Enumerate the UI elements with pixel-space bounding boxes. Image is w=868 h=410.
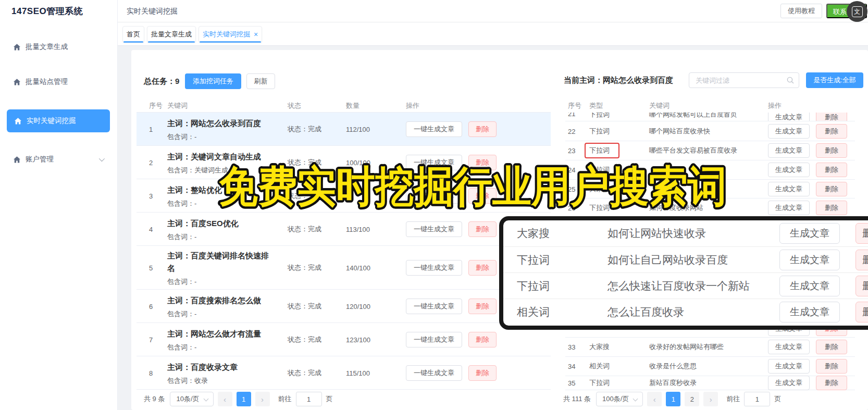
generate-article-button[interactable]: 生成文章 <box>779 302 840 322</box>
keyword-text: 收录是什么意思 <box>649 362 697 371</box>
generate-article-button[interactable]: 一键生成文章 <box>406 299 462 314</box>
generate-article-button[interactable]: 一键生成文章 <box>406 188 462 204</box>
table-row[interactable]: 33大家搜收录好的发帖网站有哪些生成文章删除 <box>565 338 855 357</box>
table-row[interactable]: 26下拉词如何百度收录网站生成文章删除 <box>565 198 855 217</box>
table-row[interactable]: 21下拉词哪个网站发帖可以上百度首页生成文章删除 <box>565 113 855 121</box>
status-text: 状态：完成 <box>288 158 321 167</box>
generate-article-button[interactable]: 生成文章 <box>768 143 810 158</box>
page-size-select[interactable]: 100条/页 <box>596 392 643 406</box>
page-button-2[interactable]: 2 <box>685 392 699 406</box>
table-row-partial: 生成文章 删除 <box>565 329 855 338</box>
generate-article-button[interactable]: 一键生成文章 <box>406 155 462 170</box>
home-icon <box>13 43 21 51</box>
delete-button[interactable]: 删除 <box>816 329 847 336</box>
main-keyword: 主词：整站优化 <box>167 184 274 196</box>
page-size-select[interactable]: 10条/页 <box>170 392 213 406</box>
table-row[interactable]: 22下拉词哪个网站百度收录快生成文章删除 <box>565 121 855 141</box>
delete-button[interactable]: 删除 <box>816 182 847 196</box>
include-words: 包含词：关键词生成 <box>167 166 274 175</box>
table-row[interactable]: 25大家搜生成文章删除 <box>565 180 855 198</box>
generate-article-button[interactable]: 生成文章 <box>768 376 810 390</box>
sidebar-item-4[interactable]: 账户管理 <box>0 148 118 171</box>
delete-button[interactable]: 删除 <box>468 121 497 137</box>
count-value: 113/100 <box>346 225 370 233</box>
generate-article-button[interactable]: 生成文章 <box>768 201 810 215</box>
generate-article-button[interactable]: 生成文章 <box>779 250 840 270</box>
sidebar-item-3[interactable]: 实时关键词挖掘 <box>7 109 110 132</box>
goto-page-input[interactable] <box>296 392 322 406</box>
next-page-button[interactable]: › <box>703 392 718 406</box>
delete-button[interactable]: 删除 <box>468 188 497 204</box>
count-value: 120/100 <box>346 302 370 310</box>
row-index: 26 <box>568 204 575 212</box>
sidebar-item-label: 账户管理 <box>26 155 54 164</box>
magnified-row[interactable]: 相关词怎么让百度收录生成文章删除 <box>503 299 868 325</box>
delete-button[interactable]: 删除 <box>816 124 847 139</box>
chevron-down-icon <box>203 396 208 402</box>
delete-button[interactable]: 删除 <box>855 302 868 322</box>
generate-article-button[interactable]: 一键生成文章 <box>406 221 462 237</box>
sidebar-item-1[interactable]: 批量文章生成 <box>0 35 118 58</box>
keyword-cell: 主词：网站怎么做才有流量包含词：- <box>167 328 274 352</box>
table-row[interactable]: 34相关词收录是什么意思生成文章删除 <box>565 357 855 376</box>
generate-article-button[interactable]: 生成文章 <box>768 359 810 374</box>
magnified-row[interactable]: 大家搜如何让网站快速收录生成文章删除 <box>503 220 868 246</box>
magnified-row[interactable]: 下拉词如何让自己网站收录百度生成文章删除 <box>503 246 868 272</box>
generate-article-button[interactable]: 生成文章 <box>768 182 810 196</box>
generate-article-button[interactable]: 生成文章 <box>768 340 810 354</box>
generate-article-button[interactable]: 一键生成文章 <box>406 332 462 347</box>
delete-button[interactable]: 删除 <box>816 163 847 177</box>
translate-widget-icon[interactable]: 文 <box>847 1 867 22</box>
keyword-text: 如何百度收录网站 <box>649 203 703 213</box>
delete-button[interactable]: 删除 <box>468 365 497 381</box>
generate-article-button[interactable]: 生成文章 <box>779 223 840 244</box>
delete-button[interactable]: 删除 <box>816 359 847 374</box>
sidebar-item-2[interactable]: 批量站点管理 <box>0 70 118 93</box>
prev-page-button[interactable]: ‹ <box>647 392 662 406</box>
table-row[interactable]: 4主词：百度SEO优化包含词：-状态：完成113/100一键生成文章删除 <box>137 213 551 246</box>
table-row[interactable]: 1主词：网站怎么收录到百度包含词：-状态：完成112/100一键生成文章删除 <box>137 113 551 146</box>
delete-button[interactable]: 删除 <box>816 201 847 215</box>
include-words: 包含词：- <box>167 199 274 208</box>
table-row[interactable]: 2主词：关键词文章自动生成包含词：关键词生成状态：完成100/100一键生成文章… <box>137 146 551 179</box>
main-keyword: 主词：网站怎么收录到百度 <box>167 117 274 130</box>
prev-page-button[interactable]: ‹ <box>218 392 232 406</box>
page-button-1[interactable]: 1 <box>237 392 251 406</box>
generate-article-button[interactable]: 一键生成文章 <box>406 121 462 137</box>
status-text: 状态：完成 <box>288 125 321 134</box>
delete-button[interactable]: 删除 <box>468 155 497 170</box>
delete-button[interactable]: 删除 <box>468 221 497 237</box>
delete-button[interactable]: 删除 <box>855 223 868 244</box>
generate-article-button[interactable]: 一键生成文章 <box>406 365 462 381</box>
table-row[interactable]: 3主词：整站优化包含词：-状态：完成一键生成文章删除 <box>137 179 551 213</box>
next-page-button[interactable]: › <box>255 392 270 406</box>
table-row[interactable]: 6主词：百度搜索排名怎么做包含词：-状态：完成120/100一键生成文章删除 <box>137 290 551 323</box>
generate-article-button[interactable]: 生成文章 <box>768 113 810 121</box>
generate-article-button[interactable]: 生成文章 <box>779 276 840 296</box>
magnified-row[interactable]: 下拉词怎么快速让百度收录一个新站生成文章删除 <box>503 272 868 299</box>
delete-button[interactable]: 删除 <box>468 260 497 276</box>
delete-button[interactable]: 删除 <box>855 250 868 270</box>
generate-article-button[interactable]: 生成文章 <box>768 124 810 139</box>
delete-button[interactable]: 删除 <box>468 299 497 314</box>
generate-article-button[interactable]: 一键生成文章 <box>406 260 462 276</box>
keyword-text: 收录好的发帖网站有哪些 <box>649 342 724 352</box>
goto-page-input[interactable] <box>744 392 770 406</box>
table-row[interactable]: 35下拉词新站百度秒收录生成文章删除 <box>565 376 855 390</box>
generate-article-button[interactable]: 生成文章 <box>768 163 810 177</box>
delete-button[interactable]: 删除 <box>816 376 847 390</box>
table-row[interactable]: 24下拉词生成文章删除 <box>565 160 855 180</box>
generate-article-button[interactable]: 生成文章 <box>768 329 810 336</box>
delete-button[interactable]: 删除 <box>816 340 847 354</box>
keyword-cell: 主词：百度关键词排名快速排名包含词：- <box>167 250 274 286</box>
table-row[interactable]: 5主词：百度关键词排名快速排名包含词：-状态：完成140/100一键生成文章删除 <box>137 246 551 290</box>
table-row[interactable]: 8主词：百度收录文章包含词：收录状态：完成115/100一键生成文章删除 <box>137 356 551 390</box>
table-row[interactable]: 7主词：网站怎么做才有流量包含词：-状态：完成123/100一键生成文章删除 <box>137 323 551 356</box>
delete-button[interactable]: 删除 <box>468 332 497 347</box>
delete-button[interactable]: 删除 <box>816 113 847 121</box>
delete-button[interactable]: 删除 <box>855 276 868 296</box>
page-button-1[interactable]: 1 <box>666 392 680 406</box>
table-row[interactable]: 23下拉词哪些平台发文容易被百度收录生成文章删除 <box>565 141 855 160</box>
delete-button[interactable]: 删除 <box>816 143 847 158</box>
count-value: 112/100 <box>346 125 370 133</box>
